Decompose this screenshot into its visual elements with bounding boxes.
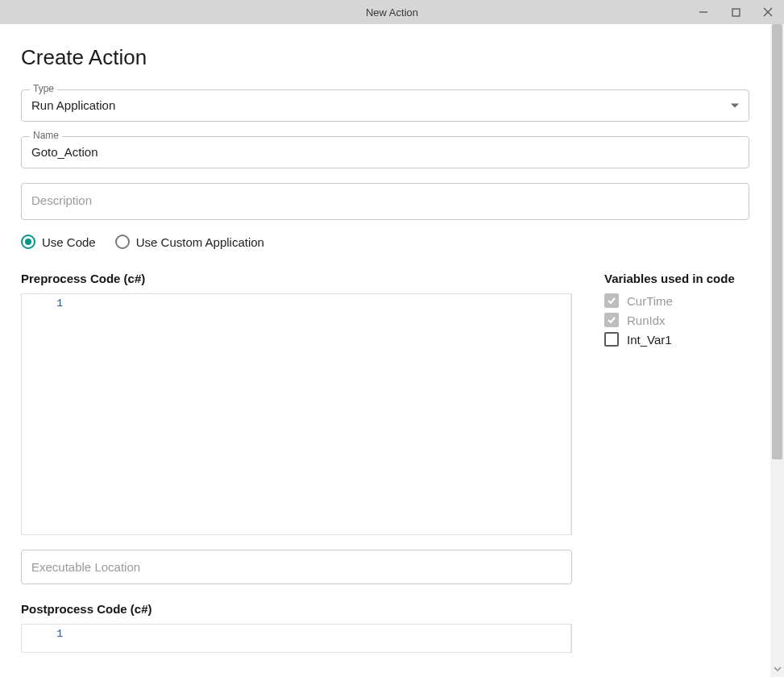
postprocess-gutter: 1 [22, 625, 70, 652]
close-icon [763, 7, 773, 17]
description-input[interactable]: Description [21, 183, 749, 220]
vertical-scrollbar[interactable] [770, 24, 784, 677]
chevron-down-icon [731, 104, 739, 108]
line-number: 1 [22, 628, 63, 640]
variable-int-var1[interactable]: Int_Var1 [604, 332, 749, 347]
radio-icon [115, 235, 130, 249]
mode-radio-group: Use Code Use Custom Application [21, 235, 749, 249]
close-button[interactable] [752, 0, 784, 24]
window-title: New Action [0, 6, 784, 19]
name-label: Name [30, 130, 62, 141]
executable-placeholder: Executable Location [31, 560, 140, 574]
maximize-icon [732, 8, 740, 17]
preprocess-title: Preprocess Code (c#) [21, 272, 572, 285]
description-placeholder: Description [31, 193, 739, 210]
variable-curtime: CurTime [604, 293, 749, 308]
radio-icon [21, 235, 35, 249]
preprocess-gutter: 1 [22, 294, 70, 534]
scroll-down-icon[interactable] [770, 662, 784, 675]
type-label: Type [30, 83, 57, 94]
minimize-button[interactable] [687, 0, 720, 24]
preprocess-code-editor[interactable]: 1 [21, 293, 572, 535]
variable-label: CurTime [627, 294, 673, 308]
type-select[interactable]: Type Run Application [21, 89, 749, 122]
maximize-button[interactable] [720, 0, 752, 24]
radio-use-code-label: Use Code [42, 235, 96, 249]
postprocess-code-editor[interactable]: 1 [21, 624, 572, 653]
executable-location-input[interactable]: Executable Location [21, 550, 572, 584]
variables-title: Variables used in code [604, 272, 749, 285]
dialog-body: Create Action Type Run Application Name … [0, 24, 770, 677]
checkbox-icon [604, 313, 619, 327]
checkbox-icon [604, 293, 619, 308]
page-title: Create Action [21, 45, 749, 70]
postprocess-code-area[interactable] [70, 625, 571, 652]
preprocess-code-area[interactable] [70, 294, 571, 534]
variable-label: Int_Var1 [627, 333, 672, 347]
check-icon [607, 315, 616, 325]
type-value: Run Application [31, 98, 739, 114]
line-number: 1 [22, 297, 63, 309]
minimize-icon [699, 7, 708, 17]
scrollbar-thumb[interactable] [772, 24, 782, 459]
variables-panel: Variables used in code CurTime RunIdx [604, 272, 749, 653]
checkbox-icon [604, 332, 619, 347]
name-value: Goto_Action [31, 145, 739, 161]
variables-list: CurTime RunIdx Int_Var1 [604, 293, 749, 347]
variable-runidx: RunIdx [604, 313, 749, 327]
radio-use-custom-app[interactable]: Use Custom Application [115, 235, 264, 249]
postprocess-title: Postprocess Code (c#) [21, 602, 572, 616]
variable-label: RunIdx [627, 314, 666, 327]
window-titlebar: New Action [0, 0, 784, 24]
name-input[interactable]: Name Goto_Action [21, 136, 749, 168]
radio-use-code[interactable]: Use Code [21, 235, 96, 249]
radio-use-custom-app-label: Use Custom Application [136, 235, 264, 249]
left-column: Preprocess Code (c#) 1 Executable Locati… [21, 272, 572, 653]
check-icon [607, 296, 616, 305]
svg-rect-0 [732, 9, 740, 16]
window-controls [687, 0, 784, 24]
